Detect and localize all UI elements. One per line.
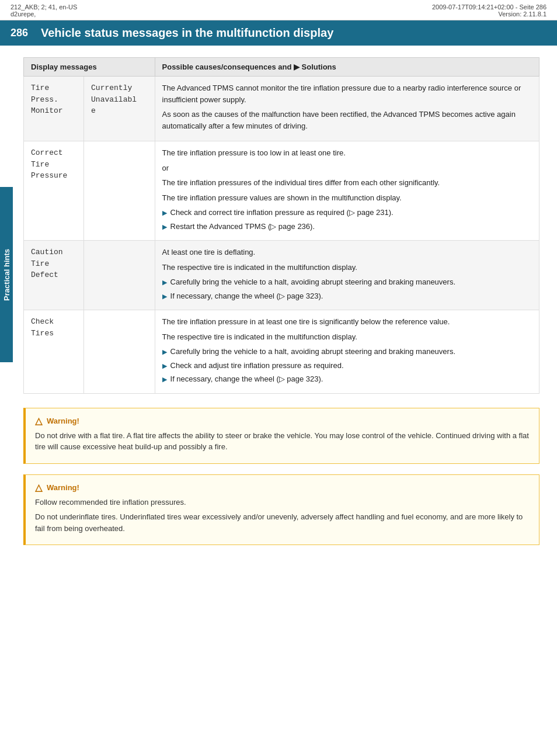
meta-bar: 212_AKB; 2; 41, en-US d2urepe, 2009-07-1…	[0, 0, 557, 20]
page-header: 286 Vehicle status messages in the multi…	[0, 20, 557, 46]
solution-bullet: ▶Carefully bring the vehicle to a halt, …	[162, 276, 532, 288]
solutions-col: The tire inflation pressure in at least …	[155, 310, 539, 394]
bullet-text: Restart the Advanced TPMS (▷ page 236).	[170, 221, 315, 233]
bullet-text: If necessary, change the wheel (▷ page 3…	[170, 290, 323, 302]
warning-box: △Warning!Follow recommended tire inflati…	[23, 474, 539, 546]
solution-bullet: ▶Check and correct tire inflation pressu…	[162, 207, 532, 219]
solution-text: The respective tire is indicated in the …	[162, 262, 532, 273]
solutions-col: At least one tire is deflating.The respe…	[155, 241, 539, 310]
warning-triangle-icon: △	[35, 482, 42, 493]
bullet-text: Carefully bring the vehicle to a halt, a…	[170, 276, 456, 288]
display-msg-col1: Check Tires	[24, 310, 84, 394]
solution-bullet: ▶Restart the Advanced TPMS (▷ page 236).	[162, 221, 532, 233]
solution-text: The tire inflation pressure is too low i…	[162, 147, 532, 159]
warning-paragraph: Do not underinflate tires. Underinflated…	[35, 511, 530, 534]
page-number: 286	[11, 27, 32, 39]
solution-text: The respective tire is indicated in the …	[162, 331, 532, 343]
solution-bullet: ▶If necessary, change the wheel (▷ page …	[162, 373, 532, 385]
bullet-arrow-icon: ▶	[162, 361, 167, 371]
bullet-arrow-icon: ▶	[162, 374, 167, 384]
solution-text: The tire inflation pressure in at least …	[162, 316, 532, 328]
bullet-text: Check and adjust tire inflation pressure…	[170, 360, 344, 372]
solution-bullet: ▶If necessary, change the wheel (▷ page …	[162, 290, 532, 302]
info-table: Display messages Possible causes/consequ…	[23, 57, 539, 394]
display-msg-col2	[84, 141, 155, 241]
warning-paragraph: Follow recommended tire inflation pressu…	[35, 497, 530, 508]
col2-header: Possible causes/consequences and ▶ Solut…	[155, 58, 539, 77]
warning-title: △Warning!	[35, 415, 530, 426]
solution-text: The tire inflation pressure values are s…	[162, 192, 532, 204]
meta-right: 2009-07-17T09:14:21+02:00 - Seite 286 Ve…	[432, 4, 546, 18]
solutions-col: The tire inflation pressure is too low i…	[155, 141, 539, 241]
bullet-arrow-icon: ▶	[162, 292, 167, 301]
solution-bullet: ▶Check and adjust tire inflation pressur…	[162, 360, 532, 372]
solution-text: or	[162, 162, 532, 174]
solution-text: At least one tire is deflating.	[162, 247, 532, 258]
bullet-arrow-icon: ▶	[162, 347, 167, 357]
bullet-text: Carefully bring the vehicle to a halt, a…	[170, 346, 456, 358]
bullet-arrow-icon: ▶	[162, 208, 167, 218]
display-msg-col2	[84, 241, 155, 310]
warning-title-text: Warning!	[47, 417, 79, 425]
solutions-col: The Advanced TPMS cannot monitor the tir…	[155, 77, 539, 141]
meta-left: 212_AKB; 2; 41, en-US d2urepe,	[11, 4, 77, 18]
display-msg-col2: Currently Unavailabl e	[84, 77, 155, 141]
solution-text: The Advanced TPMS cannot monitor the tir…	[162, 82, 532, 105]
main-content: Display messages Possible causes/consequ…	[0, 46, 557, 567]
warning-paragraph: Do not drive with a flat tire. A flat ti…	[35, 430, 530, 453]
solution-bullet: ▶Carefully bring the vehicle to a halt, …	[162, 346, 532, 358]
warning-title: △Warning!	[35, 482, 530, 493]
warning-triangle-icon: △	[35, 415, 42, 426]
bullet-text: If necessary, change the wheel (▷ page 3…	[170, 373, 323, 385]
page-title: Vehicle status messages in the multifunc…	[41, 26, 333, 40]
display-msg-col1: Caution Tire Defect	[24, 241, 84, 310]
warning-title-text: Warning!	[47, 483, 79, 492]
bullet-arrow-icon: ▶	[162, 222, 167, 232]
bullet-arrow-icon: ▶	[162, 278, 167, 287]
display-msg-col1: Correct Tire Pressure	[24, 141, 84, 241]
bullet-text: Check and correct tire inflation pressur…	[170, 207, 394, 219]
solution-text: The tire inflation pressures of the indi…	[162, 177, 532, 189]
display-msg-col1: Tire Press. Monitor	[24, 77, 84, 141]
display-msg-col2	[84, 310, 155, 394]
warning-box: △Warning!Do not drive with a flat tire. …	[23, 408, 539, 464]
solution-text: As soon as the causes of the malfunction…	[162, 109, 532, 131]
col1-header: Display messages	[24, 58, 155, 77]
